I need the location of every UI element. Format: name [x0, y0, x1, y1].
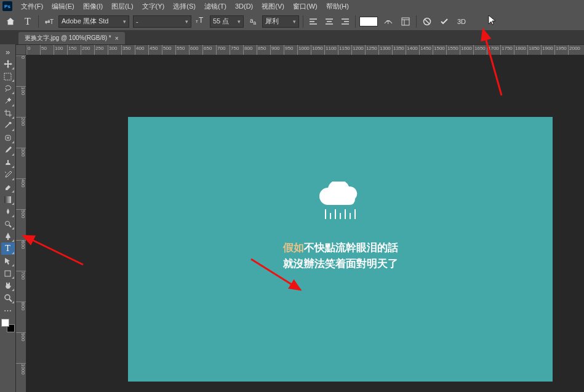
- svg-text:T: T: [386, 19, 390, 25]
- ruler-tick: 750: [230, 45, 239, 55]
- tool-preset-type-icon[interactable]: T: [21, 15, 34, 28]
- healing-brush-tool[interactable]: [1, 132, 15, 144]
- lasso-tool[interactable]: [1, 82, 15, 95]
- menu-layer[interactable]: 图层(L): [108, 1, 137, 12]
- 3d-button[interactable]: 3D: [455, 15, 468, 28]
- ruler-corner: [15, 44, 26, 55]
- ruler-tick: 250: [94, 45, 103, 55]
- path-selection-tool[interactable]: [1, 255, 15, 267]
- brush-tool[interactable]: [1, 144, 15, 156]
- ruler-tick: 300: [108, 45, 117, 55]
- move-tool[interactable]: [1, 58, 15, 70]
- ruler-tick: 1650: [473, 45, 486, 55]
- foreground-color-swatch[interactable]: [1, 319, 9, 327]
- menu-type[interactable]: 文字(Y): [138, 1, 169, 12]
- ruler-tick: 1850: [527, 45, 540, 55]
- ruler-tick: 1200: [351, 45, 364, 55]
- ruler-tick: 850: [257, 45, 266, 55]
- ruler-tick: 550: [175, 45, 185, 55]
- svg-text:T: T: [199, 16, 204, 25]
- align-right-button[interactable]: [339, 16, 351, 27]
- ruler-tick: 200: [16, 117, 26, 126]
- font-style-dropdown[interactable]: -: [133, 15, 191, 28]
- ruler-tick: 150: [67, 45, 76, 55]
- home-icon[interactable]: [4, 15, 17, 28]
- svg-text:т: т: [196, 18, 198, 24]
- ruler-tick: 200: [81, 45, 90, 55]
- ruler-tick: 500: [16, 209, 26, 218]
- tabs-collapse-icon[interactable]: »: [1, 46, 15, 58]
- pen-tool[interactable]: [1, 230, 15, 242]
- ruler-tick: 1400: [406, 45, 418, 55]
- antialias-dropdown[interactable]: 犀利: [262, 15, 299, 28]
- ruler-tick: 400: [16, 178, 26, 187]
- type-tool[interactable]: T: [1, 242, 15, 255]
- align-left-button[interactable]: [307, 16, 319, 27]
- menu-select[interactable]: 选择(S): [169, 1, 199, 12]
- text-color-swatch[interactable]: [359, 17, 378, 26]
- font-family-dropdown[interactable]: Adobe 黑体 Std: [58, 15, 129, 28]
- antialias-value: 犀利: [265, 17, 279, 26]
- clone-stamp-tool[interactable]: [1, 156, 15, 169]
- canvas-area: 0501001502002503003504004505005506006507…: [26, 44, 584, 392]
- ruler-tick: 1700: [487, 45, 499, 55]
- eraser-tool[interactable]: [1, 181, 15, 193]
- canvas-viewport[interactable]: 假如不快點流幹眼泪的話 就沒辦法笑着面對明天了: [26, 55, 584, 392]
- ruler-tick: 450: [148, 45, 158, 55]
- ruler-tick: 1150: [338, 45, 350, 55]
- edit-toolbar-icon[interactable]: ⋯: [1, 304, 15, 316]
- svg-rect-4: [402, 18, 409, 25]
- zoom-tool[interactable]: [1, 292, 15, 304]
- canvas-text[interactable]: 假如不快點流幹眼泪的話 就沒辦法笑着面對明天了: [283, 240, 398, 271]
- marquee-tool[interactable]: [1, 70, 15, 82]
- cloud-graphic: [316, 182, 365, 211]
- close-tab-icon[interactable]: ×: [115, 35, 119, 42]
- color-swatches[interactable]: [1, 319, 15, 332]
- align-center-button[interactable]: [323, 16, 335, 27]
- commit-button[interactable]: [438, 15, 451, 28]
- hand-tool[interactable]: [1, 279, 15, 292]
- document-tab-title: 更换文字.jpg @ 100%(RGB/8) *: [25, 34, 111, 42]
- document-canvas[interactable]: 假如不快點流幹眼泪的話 就沒辦法笑着面對明天了: [128, 117, 553, 382]
- ruler-tick: 0: [16, 55, 26, 58]
- menu-filter[interactable]: 滤镜(T): [201, 1, 230, 12]
- dodge-tool[interactable]: [1, 218, 15, 230]
- svg-point-10: [5, 222, 9, 226]
- cancel-button[interactable]: [420, 15, 434, 28]
- ruler-tick: 1000: [16, 363, 26, 375]
- blur-tool[interactable]: [1, 206, 15, 218]
- svg-line-11: [9, 225, 11, 227]
- ruler-tick: 400: [135, 45, 144, 55]
- ruler-tick: 1050: [311, 45, 323, 55]
- ruler-tick: 1550: [446, 45, 458, 55]
- shape-tool[interactable]: [1, 267, 15, 279]
- character-panel-button[interactable]: [399, 15, 412, 28]
- font-size-dropdown[interactable]: 55 点: [210, 15, 244, 28]
- gradient-tool[interactable]: [1, 193, 15, 206]
- menu-window[interactable]: 窗口(W): [289, 1, 321, 12]
- menu-edit[interactable]: 编辑(E): [48, 1, 78, 12]
- magic-wand-tool[interactable]: [1, 95, 15, 107]
- history-brush-tool[interactable]: [1, 169, 15, 181]
- menu-help[interactable]: 帮助(H): [322, 1, 353, 12]
- ruler-tick: 700: [16, 271, 26, 279]
- menu-3d[interactable]: 3D(D): [231, 1, 257, 11]
- svg-rect-9: [4, 196, 11, 203]
- document-tab[interactable]: 更换文字.jpg @ 100%(RGB/8) * ×: [18, 32, 125, 44]
- ruler-tick: 1600: [460, 45, 472, 55]
- menu-file[interactable]: 文件(F): [17, 1, 47, 12]
- svg-point-13: [5, 295, 10, 300]
- app-logo: Ps: [2, 1, 12, 11]
- menu-image[interactable]: 图像(I): [79, 1, 106, 12]
- ruler-tick: 300: [16, 148, 26, 156]
- crop-tool[interactable]: [1, 107, 15, 119]
- text-orientation-toggle[interactable]: ⇄T: [42, 15, 55, 28]
- text-accent: 假如: [283, 242, 304, 254]
- tools-panel: »: [0, 44, 15, 392]
- warp-text-button[interactable]: T: [382, 15, 395, 28]
- workspace: »: [0, 44, 584, 392]
- separator: [38, 15, 39, 28]
- horizontal-ruler: 0501001502002503003504004505005506006507…: [26, 44, 584, 55]
- menu-view[interactable]: 视图(V): [258, 1, 288, 12]
- eyedropper-tool[interactable]: [1, 119, 15, 132]
